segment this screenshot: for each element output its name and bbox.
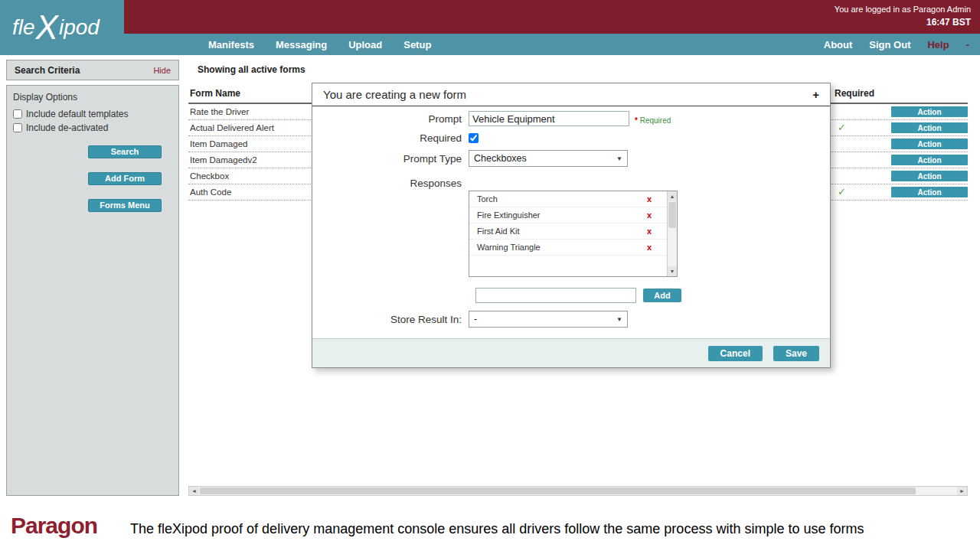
- modal-title: You are creating a new form: [323, 88, 466, 101]
- add-response-button[interactable]: Add: [643, 289, 681, 302]
- action-button[interactable]: Action: [891, 155, 968, 165]
- prompt-row: Prompt * Required: [312, 111, 830, 126]
- action-button[interactable]: Action: [891, 106, 968, 117]
- required-checkmark: ✓: [838, 186, 846, 197]
- paragon-logo: Paragon: [11, 513, 97, 539]
- prompt-type-row: Prompt Type Checkboxes ▼: [312, 150, 830, 167]
- responses-list: Torch x Fire Extinguisher x First Aid Ki…: [469, 191, 667, 276]
- form-name-cell: Auth Code: [190, 187, 231, 197]
- modal-title-bar: You are creating a new form +: [312, 83, 830, 106]
- required-checkbox[interactable]: [469, 133, 479, 143]
- footer-tagline: The fleXipod proof of delivery managemen…: [130, 521, 864, 537]
- response-text: Torch: [477, 194, 498, 204]
- form-name-cell: Actual Delivered Alert: [190, 123, 274, 132]
- include-default-templates-checkbox[interactable]: [13, 109, 22, 119]
- action-button[interactable]: Action: [891, 171, 968, 181]
- nav-help[interactable]: Help: [927, 39, 949, 51]
- header-collapse-toggle[interactable]: -: [966, 39, 969, 51]
- modal-body: Prompt * Required Required Prompt Type C…: [312, 106, 830, 328]
- status-lines: You are logged in as Paragon Admin 16:47…: [835, 5, 971, 28]
- search-button[interactable]: Search: [88, 145, 162, 158]
- checkbox-label: Include default templates: [26, 109, 128, 119]
- form-name-cell: Item Damaged: [190, 139, 247, 148]
- response-text: First Aid Kit: [477, 227, 520, 236]
- save-button[interactable]: Save: [773, 346, 819, 361]
- sidebar-buttons: Search Add Form Forms Menu: [13, 145, 172, 212]
- checkbox-label: Include de-activated: [26, 122, 108, 133]
- nav-setup[interactable]: Setup: [403, 39, 431, 51]
- form-name-cell: Checkbox: [190, 171, 229, 181]
- clock: 16:47 BST: [835, 17, 971, 28]
- create-form-modal: You are creating a new form + Prompt * R…: [312, 83, 831, 368]
- remove-response-button[interactable]: x: [647, 210, 652, 220]
- response-item: Warning Triangle x: [469, 240, 667, 256]
- display-options-label: Display Options: [13, 92, 172, 103]
- response-text: Fire Extinguisher: [477, 210, 541, 220]
- new-response-input[interactable]: [475, 288, 636, 303]
- nav-about[interactable]: About: [824, 39, 853, 51]
- remove-response-button[interactable]: x: [647, 194, 652, 204]
- response-item: Torch x: [469, 191, 667, 207]
- action-button[interactable]: Action: [891, 122, 968, 133]
- logo-text: X: [36, 16, 58, 39]
- store-result-row: Store Result In: - ▼: [312, 311, 830, 328]
- action-button[interactable]: Action: [891, 139, 968, 149]
- required-hint: * Required: [635, 113, 671, 125]
- store-result-select[interactable]: - ▼: [469, 311, 628, 328]
- forms-menu-button[interactable]: Forms Menu: [88, 199, 162, 212]
- response-item: Fire Extinguisher x: [469, 207, 667, 223]
- store-result-label: Store Result In:: [312, 314, 469, 325]
- search-criteria-title: Search Criteria: [15, 65, 80, 76]
- hide-link[interactable]: Hide: [153, 66, 171, 75]
- add-form-button[interactable]: Add Form: [88, 172, 162, 185]
- form-name-cell: Rate the Driver: [190, 107, 249, 116]
- required-row: Required: [312, 132, 830, 144]
- store-result-value: -: [474, 314, 477, 324]
- page-footer: Paragon The fleXipod proof of delivery m…: [0, 497, 980, 551]
- flexipod-logo[interactable]: fle X ipod: [0, 0, 124, 55]
- remove-response-button[interactable]: x: [647, 227, 652, 236]
- horizontal-scrollbar[interactable]: ◄ ►: [188, 486, 968, 496]
- page-heading: Showing all active forms: [198, 64, 305, 75]
- response-item: First Aid Kit x: [469, 223, 667, 240]
- chevron-down-icon: ▼: [616, 316, 622, 323]
- include-deactivated-row: Include de-activated: [13, 122, 172, 133]
- search-criteria-panel: Display Options Include default template…: [6, 85, 179, 496]
- logo-text: ipod: [59, 15, 100, 40]
- action-button[interactable]: Action: [891, 187, 968, 197]
- prompt-input[interactable]: [469, 111, 629, 126]
- nav-manifests[interactable]: Manifests: [208, 39, 254, 51]
- prompt-type-value: Checkboxes: [474, 153, 527, 164]
- required-label: Required: [312, 132, 469, 144]
- include-deactivated-checkbox[interactable]: [13, 123, 22, 132]
- logo-text: fle: [12, 15, 35, 40]
- prompt-type-select[interactable]: Checkboxes ▼: [469, 150, 628, 167]
- prompt-type-label: Prompt Type: [312, 153, 469, 165]
- include-default-templates-row: Include default templates: [13, 109, 172, 119]
- scroll-down-icon[interactable]: ▼: [668, 266, 677, 276]
- required-hint-text: Required: [640, 116, 671, 125]
- cancel-button[interactable]: Cancel: [708, 346, 763, 361]
- required-checkmark: ✓: [838, 122, 846, 133]
- search-criteria-panel-header: Search Criteria Hide: [6, 60, 179, 80]
- logged-in-status: You are logged in as Paragon Admin: [835, 5, 971, 14]
- nav-messaging[interactable]: Messaging: [276, 39, 327, 51]
- required-column-header: Required: [835, 88, 874, 99]
- add-response-row: Add: [312, 288, 830, 303]
- remove-response-button[interactable]: x: [647, 243, 652, 252]
- secondary-nav: About Sign Out Help -: [824, 34, 969, 55]
- scroll-right-icon[interactable]: ►: [957, 487, 967, 495]
- listbox-scrollbar[interactable]: ▲ ▼: [667, 191, 677, 276]
- responses-row: Responses Torch x Fire Extinguisher x: [312, 178, 830, 277]
- responses-label: Responses: [312, 178, 469, 189]
- scrollbar-thumb[interactable]: [668, 202, 676, 228]
- nav-sign-out[interactable]: Sign Out: [869, 39, 910, 51]
- modal-footer: Cancel Save: [312, 338, 830, 367]
- responses-listbox: Torch x Fire Extinguisher x First Aid Ki…: [469, 191, 678, 277]
- scrollbar-thumb[interactable]: [200, 487, 916, 494]
- nav-upload[interactable]: Upload: [348, 39, 382, 51]
- modal-collapse-button[interactable]: +: [812, 88, 819, 101]
- scroll-left-icon[interactable]: ◄: [189, 487, 199, 495]
- scroll-up-icon[interactable]: ▲: [668, 191, 677, 201]
- header-nav-band: Manifests Messaging Upload Setup About S…: [0, 34, 980, 55]
